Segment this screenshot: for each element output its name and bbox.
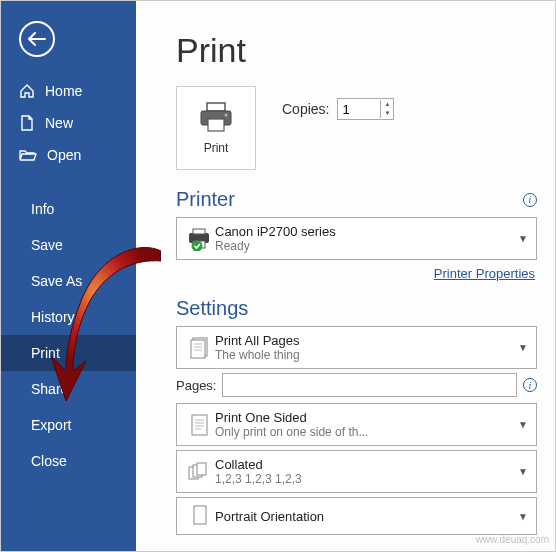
sidebar-item-label: Close: [31, 453, 67, 469]
sidebar-item-home[interactable]: Home: [1, 75, 136, 107]
svg-rect-5: [193, 229, 205, 234]
one-sided-icon: [188, 412, 212, 438]
print-panel: Print Print Copies: ▲ ▼: [136, 1, 555, 551]
chevron-down-icon: ▼: [512, 511, 528, 522]
printer-dropdown[interactable]: Canon iP2700 series Ready ▼: [176, 217, 537, 260]
dropdown-line2: Only print on one side of th...: [215, 425, 512, 439]
sidebar-item-open[interactable]: Open: [1, 139, 136, 171]
svg-rect-0: [207, 103, 225, 111]
sidebar-item-share[interactable]: Share: [1, 371, 136, 407]
chevron-down-icon: ▼: [512, 233, 528, 244]
svg-point-7: [192, 240, 203, 251]
printer-info-icon[interactable]: i: [523, 193, 537, 207]
copies-input[interactable]: [338, 99, 380, 119]
print-sides-dropdown[interactable]: Print One Sided Only print on one side o…: [176, 403, 537, 446]
printer-name: Canon iP2700 series: [215, 224, 512, 239]
sidebar-item-history[interactable]: History: [1, 299, 136, 335]
sidebar-item-info[interactable]: Info: [1, 191, 136, 227]
chevron-down-icon: ▼: [512, 342, 528, 353]
sidebar-item-save[interactable]: Save: [1, 227, 136, 263]
copies-label: Copies:: [282, 101, 329, 117]
print-button[interactable]: Print: [176, 86, 256, 170]
svg-rect-21: [194, 506, 206, 524]
watermark: www.deuaq.com: [476, 534, 549, 545]
portrait-icon: [190, 504, 210, 528]
copies-spinbox[interactable]: ▲ ▼: [337, 98, 394, 120]
sidebar-item-label: Print: [31, 345, 60, 361]
new-doc-icon: [19, 115, 35, 131]
sidebar-item-export[interactable]: Export: [1, 407, 136, 443]
svg-point-3: [225, 114, 228, 117]
folder-open-icon: [19, 147, 37, 163]
sidebar-item-label: History: [31, 309, 75, 325]
printer-icon: [197, 101, 235, 133]
sidebar-item-close[interactable]: Close: [1, 443, 136, 479]
sidebar-item-label: Open: [47, 147, 81, 163]
sidebar-item-label: Save: [31, 237, 63, 253]
backstage-sidebar: Home New Open Info Save Save As History …: [1, 1, 136, 551]
sidebar-item-save-as[interactable]: Save As: [1, 263, 136, 299]
pages-input[interactable]: [222, 373, 517, 397]
pages-label: Pages:: [176, 378, 216, 393]
sidebar-item-new[interactable]: New: [1, 107, 136, 139]
pages-icon: [188, 335, 212, 361]
page-title: Print: [176, 31, 537, 70]
back-button[interactable]: [19, 21, 55, 57]
pages-info-icon[interactable]: i: [523, 378, 537, 392]
printer-ready-icon: [186, 227, 214, 251]
sidebar-item-label: Export: [31, 417, 71, 433]
chevron-down-icon: ▼: [512, 419, 528, 430]
sidebar-item-label: Info: [31, 201, 54, 217]
dropdown-line2: 1,2,3 1,2,3 1,2,3: [215, 472, 512, 486]
sidebar-item-print[interactable]: Print: [1, 335, 136, 371]
svg-rect-9: [191, 340, 205, 358]
dropdown-line1: Collated: [215, 457, 512, 472]
printer-properties-link[interactable]: Printer Properties: [176, 266, 535, 281]
spin-down-icon[interactable]: ▼: [381, 109, 393, 118]
sidebar-item-label: Save As: [31, 273, 82, 289]
collate-dropdown[interactable]: Collated 1,2,3 1,2,3 1,2,3 ▼: [176, 450, 537, 493]
print-button-label: Print: [204, 141, 229, 155]
sidebar-item-label: New: [45, 115, 73, 131]
printer-heading: Printer: [176, 188, 235, 211]
svg-rect-13: [192, 415, 207, 435]
dropdown-line1: Print One Sided: [215, 410, 512, 425]
dropdown-line2: The whole thing: [215, 348, 512, 362]
chevron-down-icon: ▼: [512, 466, 528, 477]
spin-up-icon[interactable]: ▲: [381, 100, 393, 109]
print-scope-dropdown[interactable]: Print All Pages The whole thing ▼: [176, 326, 537, 369]
home-icon: [19, 83, 35, 99]
dropdown-line1: Portrait Orientation: [215, 509, 324, 524]
arrow-left-icon: [28, 32, 46, 46]
sidebar-item-label: Share: [31, 381, 68, 397]
orientation-dropdown[interactable]: Portrait Orientation ▼: [176, 497, 537, 535]
svg-rect-2: [208, 119, 224, 131]
sidebar-item-label: Home: [45, 83, 82, 99]
svg-rect-20: [197, 463, 206, 475]
settings-heading: Settings: [176, 297, 248, 320]
dropdown-line1: Print All Pages: [215, 333, 512, 348]
collated-icon: [187, 460, 213, 484]
printer-status: Ready: [215, 239, 512, 253]
